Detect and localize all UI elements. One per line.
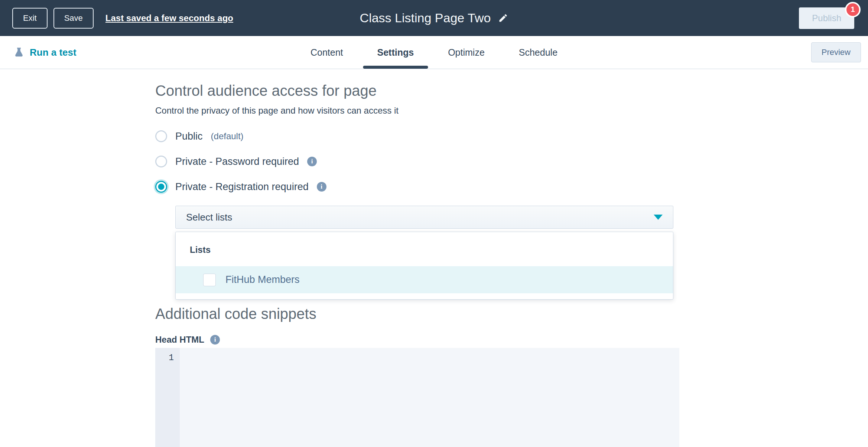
list-select-area: Select lists Lists FitHub Members: [175, 206, 673, 300]
code-snippets-heading: Additional code snippets: [155, 305, 868, 323]
editor-line-number: 1: [169, 353, 174, 447]
run-a-test-link[interactable]: Run a test: [13, 47, 77, 58]
registration-info-icon[interactable]: i: [317, 182, 326, 192]
radio-public[interactable]: [155, 130, 167, 142]
chevron-down-icon: [654, 215, 663, 220]
lists-group-label: Lists: [176, 232, 673, 266]
password-info-icon[interactable]: i: [307, 157, 317, 166]
topbar-left-group: Exit Save Last saved a few seconds ago: [12, 8, 233, 29]
radio-public-label: Public: [175, 131, 203, 142]
select-lists-value: Select lists: [186, 212, 232, 223]
test-flask-icon: [13, 47, 25, 58]
tab-schedule[interactable]: Schedule: [502, 36, 575, 69]
editor-line-gutter: 1: [155, 348, 180, 447]
radio-row-public[interactable]: Public (default): [155, 130, 868, 143]
editor-topbar: Exit Save Last saved a few seconds ago C…: [0, 0, 868, 36]
radio-password-label: Private - Password required: [175, 156, 299, 167]
head-html-label: Head HTML: [155, 335, 204, 345]
select-lists-dropdown[interactable]: Select lists: [175, 206, 673, 229]
radio-row-registration[interactable]: Private - Registration required i: [155, 180, 868, 193]
head-html-label-row: Head HTML i: [155, 335, 868, 345]
fithub-members-label: FitHub Members: [225, 274, 300, 286]
tab-content[interactable]: Content: [293, 36, 360, 69]
list-item-fithub-members[interactable]: FitHub Members: [176, 266, 673, 293]
tab-bar: Content Settings Optimize Schedule: [293, 36, 575, 69]
run-a-test-label: Run a test: [30, 47, 77, 58]
radio-registration[interactable]: [155, 181, 167, 193]
radio-row-password[interactable]: Private - Password required i: [155, 155, 868, 168]
fithub-members-checkbox[interactable]: [203, 274, 216, 286]
lists-dropdown-panel: Lists FitHub Members: [175, 232, 673, 300]
head-html-code-editor[interactable]: 1: [155, 348, 679, 447]
editor-text-area[interactable]: [180, 348, 679, 447]
exit-button[interactable]: Exit: [12, 8, 48, 29]
tab-optimize[interactable]: Optimize: [431, 36, 502, 69]
audience-access-subheading: Control the privacy of this page and how…: [155, 105, 868, 116]
editor-navbar: Run a test Content Settings Optimize Sch…: [0, 36, 868, 69]
save-button[interactable]: Save: [53, 8, 94, 29]
radio-public-default-note: (default): [211, 131, 244, 141]
preview-button[interactable]: Preview: [811, 42, 861, 62]
last-saved-link[interactable]: Last saved a few seconds ago: [105, 13, 233, 23]
page-title: Class Listing Page Two: [360, 11, 491, 25]
publish-group: Publish 1: [799, 7, 854, 29]
edit-pencil-icon[interactable]: [498, 13, 508, 23]
tab-settings[interactable]: Settings: [360, 36, 431, 69]
audience-access-heading: Control audience access for page: [155, 82, 868, 99]
radio-password[interactable]: [155, 156, 167, 167]
page-title-group: Class Listing Page Two: [360, 11, 508, 25]
settings-content: Control audience access for page Control…: [0, 69, 868, 447]
publish-notification-badge: 1: [845, 2, 861, 17]
head-html-info-icon[interactable]: i: [210, 335, 220, 345]
radio-registration-label: Private - Registration required: [175, 181, 309, 193]
